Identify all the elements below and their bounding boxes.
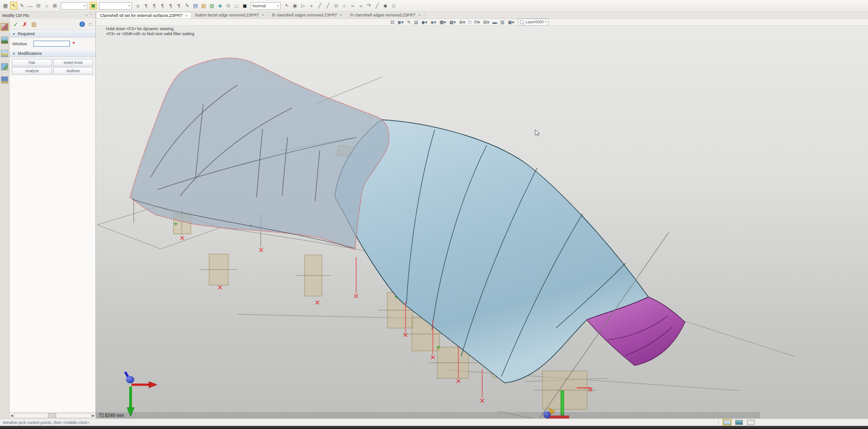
required-section-label: Required <box>18 32 35 36</box>
required-marker: * <box>73 42 75 46</box>
layers-icon[interactable]: ▤ <box>192 2 199 10</box>
section-icon[interactable]: H▾ <box>474 20 480 25</box>
panel-scrollbar[interactable]: ◀ ▶ <box>10 412 95 418</box>
play-icon[interactable]: ▷ <box>300 2 307 10</box>
selection-filter-combo[interactable]: ▾ <box>61 2 87 10</box>
display-mode-icon[interactable]: ◈▾ <box>431 20 437 25</box>
layer-panel-icon[interactable]: ▤ <box>414 20 418 25</box>
anchor-icon[interactable]: ⊕▾ <box>459 20 465 25</box>
analyze-button[interactable]: Analyze <box>12 67 52 74</box>
blue-surface[interactable] <box>335 120 648 383</box>
select-tool-icon[interactable]: ↖ <box>10 2 17 10</box>
insert-knot-button[interactable]: Insert Knot <box>53 59 93 66</box>
viewport-toggle-icon[interactable] <box>735 420 743 425</box>
folder-icon[interactable]: ▧ <box>200 2 207 10</box>
frame-icon[interactable]: □ <box>468 20 471 25</box>
close-icon[interactable]: × <box>340 13 342 17</box>
active-part-icon[interactable]: ▣ <box>89 2 97 10</box>
spline-tool-icon[interactable]: ≈ <box>349 2 356 10</box>
tab-label: rh clamshell edges removed.Z3PRT <box>350 13 416 17</box>
favorite-icon[interactable]: ♡ <box>90 13 93 17</box>
arc-tool-icon[interactable]: ↷ <box>365 2 373 10</box>
reset-icon[interactable]: □ <box>89 22 92 27</box>
window-toggle-icon[interactable] <box>747 420 755 425</box>
required-section-header[interactable]: ▼ Required <box>10 30 95 37</box>
marker-icon-4[interactable]: ¶ <box>167 2 174 10</box>
view-orient-icon[interactable]: ◉▾ <box>397 20 404 25</box>
tab-clamshell-stl[interactable]: Clamshell stl set for external surfaces.… <box>96 12 192 18</box>
point2-tool-icon[interactable]: ◇ <box>390 2 397 10</box>
tab-button-bezel[interactable]: button bezel edge removed.Z3PRT × <box>192 12 268 18</box>
polygon-pick-icon[interactable]: ⊠ <box>51 2 58 10</box>
layer-combo[interactable]: Layer0000 ▾ <box>518 19 548 26</box>
dark-bar-icon[interactable]: ▬ <box>492 20 497 25</box>
circle-pick-icon[interactable]: ○ <box>43 2 50 10</box>
image-tab-icon[interactable] <box>1 63 8 70</box>
clip-plane-icon[interactable]: ⊞▾ <box>483 20 489 25</box>
history-tab-icon[interactable] <box>1 37 8 44</box>
sheet-icon[interactable]: □ <box>233 2 240 10</box>
curve-tool-icon[interactable]: ≈ <box>357 2 364 10</box>
window-pick-icon[interactable]: ⊟ <box>35 2 42 10</box>
status-bar: Window pick control points, then <middle… <box>0 418 868 426</box>
render-style-combo[interactable]: Normal ▾ <box>251 2 281 10</box>
line-tool-icon[interactable]: ╱ <box>316 2 323 10</box>
target-icon[interactable]: ◉ <box>291 2 299 10</box>
x-axis-label: X <box>151 382 155 387</box>
tab-lh-clamshell[interactable]: lh clamshell edges removed.Z3PRT × <box>268 12 347 18</box>
plus-icon[interactable]: + <box>308 2 315 10</box>
view-manager-tab-icon[interactable] <box>1 50 8 57</box>
pick-pen-icon[interactable]: ✎ <box>18 2 26 10</box>
3d-viewport[interactable]: X Hold down <F2> for dynamic viewing, <F… <box>96 26 868 418</box>
tab-rh-clamshell[interactable]: rh clamshell edges removed.Z3PRT × <box>347 12 425 18</box>
isolines-button[interactable]: Isolines <box>53 67 93 74</box>
line2-tool-icon[interactable]: ╱ <box>324 2 331 10</box>
edit-view-icon[interactable]: ✎ <box>407 20 410 25</box>
notebook-icon[interactable]: ▥ <box>208 2 216 10</box>
scroll-left-arrow-icon[interactable]: ◀ <box>11 414 13 418</box>
material-icon[interactable]: ◈ <box>216 2 224 10</box>
minus-tool-icon[interactable]: — <box>26 2 34 10</box>
info-icon[interactable]: i <box>79 21 85 27</box>
cursor-icon[interactable]: ↖ <box>283 2 290 10</box>
shade-mode-icon[interactable]: ◆▾ <box>421 20 427 25</box>
render-mode-icon[interactable]: ▣▾ <box>508 20 514 25</box>
shade-swatch-icon[interactable]: ◼ <box>241 2 248 10</box>
app-grid-icon[interactable]: ▦ <box>2 2 9 10</box>
marker-icon-5[interactable]: ¶ <box>175 2 183 10</box>
point-tool-icon[interactable]: ◆ <box>382 2 389 10</box>
window-input[interactable] <box>33 41 70 47</box>
plane-display-icon[interactable]: ▥ <box>500 20 504 25</box>
visual-style-icon[interactable]: ▩▾ <box>439 20 446 25</box>
cancel-button[interactable]: ✗ <box>22 21 27 28</box>
marker-icon-2[interactable]: ¶ <box>151 2 158 10</box>
search-combo[interactable]: ▾ <box>99 2 132 10</box>
circle-center-icon[interactable]: ⊙ <box>332 2 340 10</box>
circle-tool-icon[interactable]: ○ <box>341 2 348 10</box>
pen-icon[interactable]: ✎ <box>184 2 191 10</box>
marker-icon-1[interactable]: ¶ <box>142 2 150 10</box>
align-view-icon[interactable]: ⊟ <box>390 20 394 25</box>
segment-tool-icon[interactable]: ╱ <box>374 2 381 10</box>
close-icon[interactable]: × <box>262 13 264 17</box>
history-clock-icon[interactable]: ⊙ <box>225 2 232 10</box>
marker-icon-3[interactable]: ¶ <box>159 2 166 10</box>
scrollbar-track[interactable] <box>14 413 91 418</box>
fair-button[interactable]: Fair <box>12 59 52 66</box>
panel-toggle-icon[interactable] <box>723 420 731 425</box>
scrollbar-thumb[interactable] <box>48 413 56 418</box>
apply-button[interactable]: ▤ <box>32 21 37 27</box>
close-icon[interactable]: × <box>185 13 187 18</box>
assembly-tab-icon[interactable] <box>1 76 8 84</box>
chevron-down-icon: ▾ <box>127 4 130 8</box>
modifications-section-header[interactable]: ▼ Modifications <box>10 50 95 57</box>
red-mesh-surface[interactable] <box>130 58 389 249</box>
pin-icon[interactable]: ⊣ <box>84 13 88 17</box>
close-icon[interactable]: × <box>418 13 421 17</box>
shape-tab-icon[interactable] <box>1 23 8 31</box>
grid-toggle-icon[interactable]: ▦▾ <box>449 20 456 25</box>
ok-button[interactable]: ✓ <box>13 21 18 28</box>
scroll-right-arrow-icon[interactable]: ▶ <box>92 414 95 418</box>
panel-header: Modify Ctrl Pts ⊣ ♡ <box>0 12 95 19</box>
ripple-icon[interactable]: ≡ <box>134 2 142 10</box>
